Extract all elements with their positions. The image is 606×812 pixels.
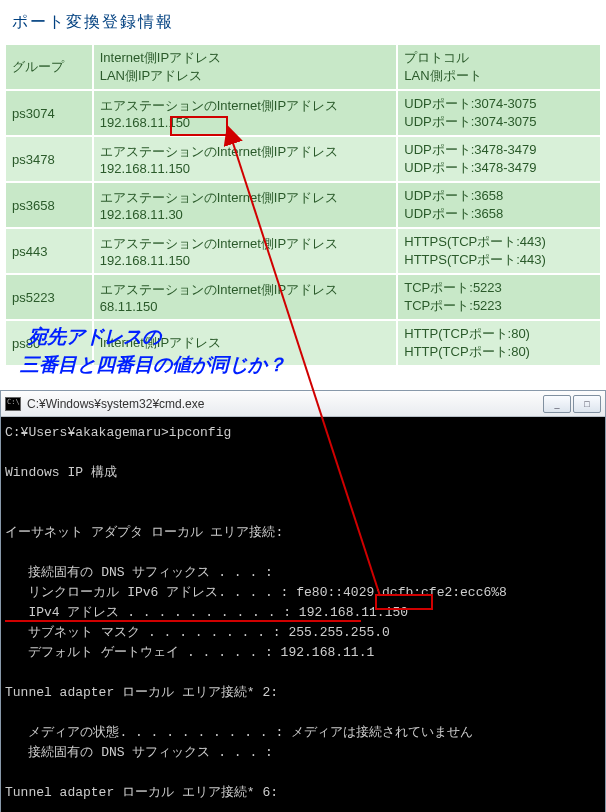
- table-row: ps5223 エアステーションのInternet側IPアドレス 68.11.15…: [6, 275, 600, 319]
- table-row: ps443 エアステーションのInternet側IPアドレス 192.168.1…: [6, 229, 600, 273]
- cmd-output[interactable]: C:¥Users¥akakagemaru>ipconfig Windows IP…: [1, 417, 605, 812]
- cell-group: ps3658: [6, 183, 92, 227]
- cell-group: ps3074: [6, 91, 92, 135]
- cell-proto: UDPポート:3478-3479 UDPポート:3478-3479: [398, 137, 600, 181]
- cell-group: ps3478: [6, 137, 92, 181]
- col-header-group: グループ: [6, 45, 92, 89]
- cell-addr: エアステーションのInternet側IPアドレス 192.168.11.30: [94, 183, 397, 227]
- cell-proto: UDPポート:3074-3075 UDPポート:3074-3075: [398, 91, 600, 135]
- table-header-row: グループ Internet側IPアドレス LAN側IPアドレス プロトコル LA…: [6, 45, 600, 89]
- cmd-titlebar[interactable]: C:¥Windows¥system32¥cmd.exe _ □: [1, 391, 605, 417]
- cell-proto: UDPポート:3658 UDPポート:3658: [398, 183, 600, 227]
- minimize-button[interactable]: _: [543, 395, 571, 413]
- cell-addr: エアステーションのInternet側IPアドレス 192.168.11.150: [94, 229, 397, 273]
- annotation-text-line1: 宛先アドレスの: [28, 324, 161, 350]
- table-row: ps3658 エアステーションのInternet側IPアドレス 192.168.…: [6, 183, 600, 227]
- page-title: ポート変換登録情報: [12, 12, 602, 33]
- cmd-icon: [5, 397, 21, 411]
- cell-proto: HTTP(TCPポート:80) HTTP(TCPポート:80): [398, 321, 600, 365]
- cell-proto: HTTPS(TCPポート:443) HTTPS(TCPポート:443): [398, 229, 600, 273]
- cell-group: ps443: [6, 229, 92, 273]
- col-header-proto: プロトコル LAN側ポート: [398, 45, 600, 89]
- cell-addr: エアステーションのInternet側IPアドレス 192.168.11.150: [94, 91, 397, 135]
- cell-group: ps5223: [6, 275, 92, 319]
- cmd-window: C:¥Windows¥system32¥cmd.exe _ □ C:¥Users…: [0, 390, 606, 812]
- router-config-panel: ポート変換登録情報 グループ Internet側IPアドレス LAN側IPアドレ…: [0, 0, 606, 371]
- cell-addr: エアステーションのInternet側IPアドレス 192.168.11.150: [94, 137, 397, 181]
- table-row: ps3074 エアステーションのInternet側IPアドレス 192.168.…: [6, 91, 600, 135]
- cmd-window-title: C:¥Windows¥system32¥cmd.exe: [27, 397, 541, 411]
- table-row: ps3478 エアステーションのInternet側IPアドレス 192.168.…: [6, 137, 600, 181]
- col-header-addr: Internet側IPアドレス LAN側IPアドレス: [94, 45, 397, 89]
- cell-proto: TCPポート:5223 TCPポート:5223: [398, 275, 600, 319]
- port-forward-table: グループ Internet側IPアドレス LAN側IPアドレス プロトコル LA…: [4, 43, 602, 367]
- maximize-button[interactable]: □: [573, 395, 601, 413]
- cell-addr: エアステーションのInternet側IPアドレス 68.11.150: [94, 275, 397, 319]
- annotation-text-line2: 三番目と四番目の値が同じか？: [20, 352, 286, 378]
